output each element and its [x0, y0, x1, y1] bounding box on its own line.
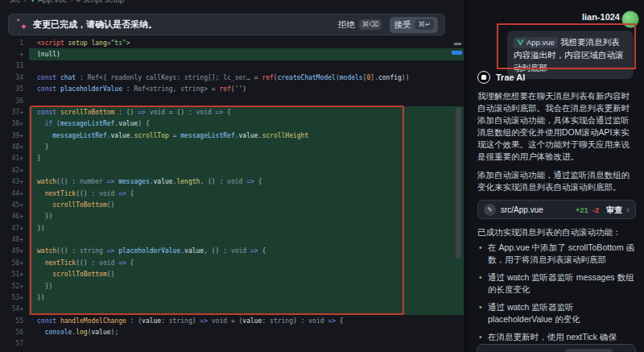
- code-text: [29, 60, 464, 72]
- code-text: [29, 304, 464, 315]
- trae-ai-logo-icon: [477, 71, 490, 84]
- code-text: [29, 338, 464, 350]
- code-line[interactable]: 36: [0, 95, 464, 106]
- summary-bullet-list: 在 App.vue 中添加了 scrollToBottom 函数，用于将消息列表…: [477, 242, 636, 352]
- code-line[interactable]: 45+ scrollToBottom(): [0, 199, 464, 210]
- code-text: const placeholderValue : Ref<string, str…: [29, 84, 464, 95]
- line-number: 35: [0, 85, 29, 93]
- accept-label: 接受: [394, 19, 411, 31]
- code-text: [29, 164, 464, 176]
- reject-button[interactable]: 拒绝 ⌘⌫: [338, 19, 382, 31]
- code-text: [29, 95, 464, 106]
- code-text: scrollToBottom(): [29, 269, 464, 280]
- line-number: 47+: [0, 225, 29, 232]
- code-text: const chat : Ref<{ readonly callKeys: st…: [29, 72, 464, 83]
- code-line[interactable]: 52+ }): [0, 280, 464, 292]
- breadcrumb-separator: ›: [23, 0, 26, 4]
- code-line[interactable]: 51+ scrollToBottom(): [0, 269, 464, 280]
- code-text: <script setup lang="ts">: [29, 37, 464, 48]
- chat-input-button-pill[interactable]: [566, 349, 613, 352]
- line-number: +: [0, 51, 29, 58]
- line-number: 49+: [0, 247, 29, 255]
- code-line[interactable]: 37+const scrollToBottom : () => void = (…: [0, 106, 464, 118]
- code-line[interactable]: 42+: [0, 164, 464, 176]
- code-line[interactable]: 49+watch(() : string => placeholderValue…: [0, 246, 464, 257]
- line-number: 48+: [0, 236, 29, 243]
- code-text: }: [29, 153, 464, 164]
- file-reference-chip[interactable]: App.vue: [514, 37, 558, 48]
- line-number: 41+: [0, 155, 29, 162]
- code-line[interactable]: 39+ messageListRef.value.scrollTop = mes…: [0, 130, 464, 141]
- code-line[interactable]: 48+: [0, 234, 464, 245]
- ai-change-banner: ✦✦ 变更已完成，请确认是否采纳。 拒绝 ⌘⌫ 接受 ⌘↵: [8, 14, 445, 35]
- code-line[interactable]: 47+}): [0, 222, 464, 234]
- changed-file-card[interactable]: ✎ src/App.vue +21 -2 审查 ›: [477, 200, 636, 219]
- code-text: }: [29, 141, 464, 152]
- code-line[interactable]: 1<script setup lang="ts">: [0, 37, 464, 48]
- code-line[interactable]: 40+ }: [0, 141, 464, 152]
- code-line[interactable]: 34const chat : Ref<{ readonly callKeys: …: [0, 72, 464, 83]
- summary-bullet: 通过 watch 监听器监听 placeholderValue 的变化: [477, 301, 636, 325]
- review-button[interactable]: 审查: [606, 204, 622, 216]
- breadcrumb: src›▼ App.vue›# script setup: [0, 0, 464, 6]
- line-number: 55: [0, 317, 29, 325]
- line-number: 51+: [0, 271, 29, 278]
- code-text: nextTick(() : void => {: [29, 257, 464, 268]
- chat-input-box[interactable]: [477, 344, 636, 352]
- line-number: 34: [0, 74, 29, 81]
- line-number: 52+: [0, 283, 29, 290]
- vue-file-icon: ▼: [30, 0, 36, 4]
- code-line[interactable]: +(null): [0, 48, 464, 60]
- code-text: }): [29, 292, 464, 303]
- ai-sparkle-icon: ✦✦: [15, 19, 28, 31]
- editor-scrollbar[interactable]: [456, 107, 461, 259]
- line-number: 42+: [0, 167, 29, 174]
- code-line[interactable]: 44+ nextTick(() : void => {: [0, 188, 464, 199]
- assistant-paragraph: 我理解您想要在聊天消息列表有新内容时自动滚动到底部。我会在消息列表更新时添加自动…: [477, 90, 636, 163]
- code-line[interactable]: 43+watch(() : number => messages.value.l…: [0, 176, 464, 188]
- line-number: 36: [0, 97, 29, 105]
- breadcrumb-item-src[interactable]: src: [10, 0, 20, 4]
- reject-shortcut-badge: ⌘⌫: [359, 19, 382, 30]
- code-line[interactable]: 41+}: [0, 153, 464, 164]
- code-line[interactable]: 33: [0, 60, 464, 72]
- chat-username: lian-1024: [582, 12, 620, 22]
- line-number: 37+: [0, 109, 29, 116]
- line-number: 33: [0, 62, 29, 69]
- code-line[interactable]: 53+}): [0, 292, 464, 303]
- code-line[interactable]: 56 console.log(value);: [0, 326, 464, 338]
- code-text: console.log(value);: [29, 326, 464, 338]
- overview-ruler-mark: [454, 43, 461, 45]
- code-text: nextTick(() : void => {: [29, 188, 464, 199]
- code-line[interactable]: 35const placeholderValue : Ref<string, s…: [0, 84, 464, 95]
- changed-file-path: src/App.vue: [501, 204, 543, 216]
- code-line[interactable]: 50+ nextTick(() : void => {: [0, 257, 464, 268]
- code-lines[interactable]: 1<script setup lang="ts">+(null)3334cons…: [0, 37, 464, 350]
- code-line[interactable]: 38+ if (messageListRef.value) {: [0, 118, 464, 130]
- line-number: 56: [0, 329, 29, 336]
- breadcrumb-item-file[interactable]: App.vue: [38, 0, 68, 4]
- code-line[interactable]: 54+: [0, 304, 464, 315]
- line-number: 44+: [0, 190, 29, 197]
- vue-logo-icon: [517, 39, 524, 46]
- user-avatar[interactable]: [621, 10, 639, 28]
- assistant-paragraph: 添加自动滚动功能，通过监听消息数组的变化来实现消息列表自动滚动到底部。: [477, 169, 636, 193]
- code-text: }): [29, 280, 464, 292]
- code-text: watch(() : string => placeholderValue.va…: [29, 246, 464, 257]
- code-line[interactable]: 55const handleModelChange : (value: stri…: [0, 315, 464, 326]
- line-number: 50+: [0, 259, 29, 267]
- line-number: 43+: [0, 178, 29, 185]
- summary-bullet: 通过 watch 监听器监听 messages 数组的长度变化: [477, 271, 636, 296]
- reject-label: 拒绝: [338, 19, 355, 31]
- breadcrumb-item-symbol[interactable]: # script setup: [76, 0, 124, 4]
- chat-panel: lian-1024 App.vue 我想要消息列表内容溢出时，内容区域自动滚动到…: [467, 0, 644, 352]
- code-line[interactable]: 57: [0, 338, 464, 350]
- accept-button[interactable]: 接受 ⌘↵: [390, 17, 438, 33]
- assistant-response: 我理解您想要在聊天消息列表有新内容时自动滚动到底部。我会在消息列表更新时添加自动…: [477, 90, 636, 352]
- code-text: scrollToBottom(): [29, 199, 464, 210]
- summary-heading: 已成功实现消息列表的自动滚动功能：: [477, 226, 636, 238]
- code-text: (null): [29, 48, 464, 60]
- edit-file-icon: ✎: [484, 204, 496, 216]
- code-line[interactable]: 46+ }): [0, 211, 464, 222]
- file-chip-label: App.vue: [526, 36, 555, 49]
